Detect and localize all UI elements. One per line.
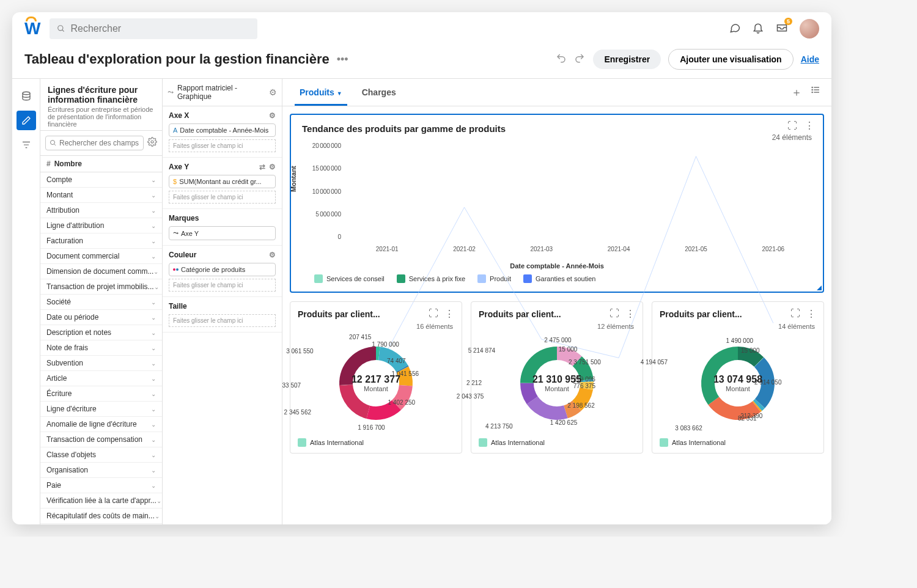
expand-icon[interactable]: ⛶ [429, 308, 438, 320]
fields-panel: Lignes d'écriture pour information finan… [40, 79, 163, 524]
tab-produits[interactable]: Produits▼ [290, 79, 352, 106]
field-item[interactable]: Ligne d'écriture⌄ [40, 402, 162, 417]
donut-elements: 14 éléments [778, 323, 815, 330]
rail-data-icon[interactable] [17, 86, 36, 106]
field-item[interactable]: Société⌄ [40, 295, 162, 310]
swap-icon[interactable]: ⇄ [259, 163, 265, 171]
search-placeholder: Rechercher [70, 23, 121, 34]
donut-title: Produits par client... [660, 309, 742, 319]
topbar: W Rechercher 5 [12, 12, 831, 45]
axis-y-field[interactable]: $SUM(Montant au crédit gr... [169, 175, 276, 188]
marks-field[interactable]: ⤳Axe Y [169, 226, 276, 240]
field-item[interactable]: Transaction de compensation⌄ [40, 432, 162, 447]
page-title: Tableau d'exploration pour la gestion fi… [24, 51, 330, 67]
donut-card[interactable]: Produits par client... ⛶ ⋮ 16 éléments 2… [290, 301, 462, 454]
donut-elements: 12 éléments [597, 323, 634, 330]
field-item[interactable]: Anomalie de ligne d'écriture⌄ [40, 417, 162, 432]
donut-card[interactable]: Produits par client... ⛶ ⋮ 14 éléments 1… [652, 301, 824, 454]
axis-x-label: Axe X [169, 111, 189, 120]
sliders-icon[interactable]: ⚙ [269, 111, 276, 120]
kebab-icon[interactable]: ⋮ [444, 308, 454, 320]
chevron-down-icon: ▼ [337, 90, 342, 97]
inbox-icon[interactable]: 5 [775, 21, 789, 36]
axis-x-field[interactable]: ADate comptable - Année-Mois [169, 123, 276, 137]
svg-point-2 [23, 92, 30, 95]
body: Lignes d'écriture pour information finan… [12, 78, 831, 524]
field-item[interactable]: Facturation⌄ [40, 233, 162, 249]
kebab-icon[interactable]: ⋮ [805, 120, 814, 131]
add-viz-button[interactable]: Ajouter une visualisation [668, 49, 793, 70]
field-item[interactable]: Écriture⌄ [40, 386, 162, 402]
field-item[interactable]: Document commercial⌄ [40, 249, 162, 264]
line-chart-card[interactable]: Tendance des produits par gamme de produ… [290, 114, 824, 293]
user-avatar[interactable] [800, 19, 819, 39]
app-frame: W Rechercher 5 Tableau d'exploration pou… [12, 12, 831, 524]
field-item[interactable]: Description et notes⌄ [40, 325, 162, 340]
y-axis: 20 000 00015 000 00010 000 0005 000 0000 [302, 142, 345, 240]
field-item[interactable]: Note de frais⌄ [40, 340, 162, 356]
field-item[interactable]: Ligne d'attribution⌄ [40, 218, 162, 233]
field-item[interactable]: Montant⌄ [40, 188, 162, 203]
plus-icon[interactable]: ＋ [791, 85, 802, 100]
more-icon[interactable]: ••• [337, 53, 348, 66]
svg-point-9 [812, 87, 812, 87]
sliders-icon[interactable]: ⚙ [269, 163, 276, 171]
field-item[interactable]: Date ou période⌄ [40, 310, 162, 325]
donut-card[interactable]: Produits par client... ⛶ ⋮ 12 éléments 2… [471, 301, 643, 454]
palette-icon [173, 268, 179, 271]
gear-icon[interactable] [147, 137, 157, 149]
svg-line-4 [54, 144, 56, 146]
workday-logo[interactable]: W [24, 19, 40, 39]
resize-handle[interactable] [817, 285, 822, 290]
donut-legend: Atlas International [298, 438, 454, 447]
axis-y-label: Axe Y [169, 163, 189, 171]
bell-icon[interactable] [752, 21, 764, 36]
field-item[interactable]: Paie⌄ [40, 478, 162, 493]
sliders-icon[interactable]: ⚙ [269, 251, 276, 259]
svg-point-3 [51, 141, 55, 145]
line-icon: ⤳ [173, 229, 179, 237]
field-item[interactable]: Classe d'objets⌄ [40, 447, 162, 463]
global-search[interactable]: Rechercher [50, 18, 257, 39]
donut-center: 12 217 377 Montant [352, 374, 400, 392]
color-label: Couleur [169, 251, 196, 259]
chat-icon[interactable] [729, 21, 741, 36]
save-button[interactable]: Enregistrer [593, 50, 661, 69]
redo-icon[interactable] [573, 53, 586, 66]
report-type[interactable]: ⤳ Rapport matriciel - Graphique ⚙ [163, 79, 282, 106]
field-item[interactable]: Transaction de projet immobilis...⌄ [40, 279, 162, 295]
canvas: Produits▼ Charges ＋ Tendance des produit… [282, 79, 831, 524]
field-item[interactable]: Charges à payer pour des récep...⌄ [40, 524, 162, 524]
kebab-icon[interactable]: ⋮ [625, 308, 635, 320]
field-item[interactable]: Compte⌄ [40, 172, 162, 188]
expand-icon[interactable]: ⛶ [790, 308, 800, 320]
donut-title: Produits par client... [298, 309, 380, 319]
list-icon[interactable] [811, 85, 820, 100]
left-rail [12, 79, 40, 524]
field-item[interactable]: Organisation⌄ [40, 463, 162, 478]
expand-icon[interactable]: ⛶ [609, 308, 619, 320]
help-link[interactable]: Aide [801, 54, 819, 64]
field-item[interactable]: Subvention⌄ [40, 356, 162, 371]
expand-icon[interactable]: ⛶ [787, 120, 797, 131]
topbar-icons: 5 [729, 19, 819, 39]
field-item[interactable]: Attribution⌄ [40, 203, 162, 218]
settings-icon[interactable]: ⚙ [269, 87, 277, 97]
donut-center: 21 310 955 Montant [532, 374, 581, 392]
donut-legend: Atlas International [479, 438, 635, 447]
color-field[interactable]: Catégorie de produits [169, 263, 276, 276]
rail-filter-icon[interactable] [17, 135, 36, 155]
undo-icon[interactable] [555, 53, 567, 66]
drop-hint[interactable]: Faites glisser le champ ici [169, 314, 276, 327]
drop-hint[interactable]: Faites glisser le champ ici [169, 279, 276, 292]
kebab-icon[interactable]: ⋮ [806, 308, 816, 320]
field-item[interactable]: Dimension de document comm...⌄ [40, 264, 162, 279]
drop-hint[interactable]: Faites glisser le champ ici [169, 139, 276, 152]
tab-charges[interactable]: Charges [352, 79, 406, 106]
fields-search[interactable]: Rechercher des champs [45, 136, 144, 150]
field-item[interactable]: Récapitulatif des coûts de main...⌄ [40, 509, 162, 524]
field-item[interactable]: Vérification liée à la carte d'appr...⌄ [40, 493, 162, 509]
field-item[interactable]: Article⌄ [40, 371, 162, 386]
drop-hint[interactable]: Faites glisser le champ ici [169, 191, 276, 204]
rail-edit-icon[interactable] [17, 111, 36, 130]
